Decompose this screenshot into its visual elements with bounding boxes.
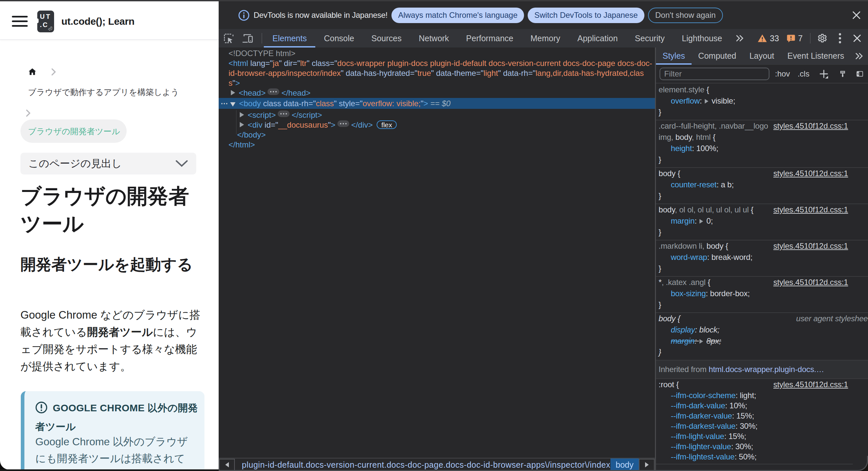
css-declaration[interactable]: box-sizing: border-box;: [659, 288, 868, 299]
dom-node[interactable]: <script></script>: [219, 110, 655, 120]
styles-filter-input[interactable]: [659, 68, 769, 80]
css-declaration[interactable]: display: block;: [659, 324, 868, 336]
tab-sources[interactable]: Sources: [363, 29, 410, 48]
node-menu-dots-icon[interactable]: ⋯: [221, 98, 228, 109]
sidebar-tab-styles[interactable]: Styles: [656, 48, 691, 64]
dom-breadcrumb-path[interactable]: plugin-id-default.docs-version-current.d…: [235, 459, 611, 471]
dom-node[interactable]: <html lang="ja" dir="ltr" class="docs-wr…: [219, 58, 655, 68]
breadcrumb-chevron-icon: [52, 68, 56, 75]
infobar-button-switch-japanese[interactable]: Switch DevTools to Japanese: [528, 8, 644, 23]
tab-elements[interactable]: Elements: [264, 29, 315, 48]
css-selector[interactable]: element.style {: [659, 84, 774, 95]
css-declaration[interactable]: --ifm-darkest-value: 30%;: [659, 421, 868, 431]
collapse-arrow-icon[interactable]: [240, 112, 244, 118]
dom-node[interactable]: s">: [219, 78, 655, 88]
breadcrumb-current-pill[interactable]: ブラウザの開発者ツール: [21, 119, 127, 143]
css-declaration[interactable]: margin: 0;: [659, 215, 868, 227]
sidebar-tab-event-listeners[interactable]: Event Listeners: [781, 48, 851, 64]
collapsed-content-icon[interactable]: [268, 88, 279, 95]
css-selector[interactable]: body {: [659, 168, 774, 179]
breadcrumb-section[interactable]: ブラウザで動作するアプリを構築しよう: [28, 87, 179, 98]
css-selector[interactable]: *, .katex .angl {: [659, 277, 774, 288]
sidebar-more-tabs-icon[interactable]: [855, 48, 863, 64]
css-selector[interactable]: .card--full-height, .navbar__logo img, b…: [659, 120, 774, 143]
stylesheet-link[interactable]: styles.4510f12d.css:1: [773, 120, 848, 132]
tab-console[interactable]: Console: [315, 29, 363, 48]
dom-node[interactable]: id-browser-apps/inspector/index" data-ha…: [219, 68, 655, 78]
expand-arrow-icon[interactable]: [230, 102, 236, 106]
css-declaration[interactable]: counter-reset: a b;: [659, 179, 868, 190]
css-selector[interactable]: body {: [659, 313, 774, 324]
new-style-rule-icon[interactable]: [819, 69, 829, 79]
css-declaration[interactable]: --ifm-darker-value: 15%;: [659, 411, 868, 421]
collapsed-content-icon[interactable]: [278, 111, 289, 117]
tab-security[interactable]: Security: [626, 29, 673, 48]
css-rule: :root {styles.4510f12d.css:1--ifm-color-…: [656, 379, 868, 464]
class-toggle[interactable]: .cls: [798, 69, 809, 78]
warning-count[interactable]: 33: [770, 34, 779, 43]
css-declaration[interactable]: word-wrap: break-word;: [659, 252, 868, 263]
collapse-arrow-icon[interactable]: [231, 90, 235, 95]
infobar-button-match-language[interactable]: Always match Chrome's language: [392, 8, 524, 23]
css-declaration[interactable]: --ifm-lighter-value: 30%;: [659, 441, 868, 451]
infobar-button-dont-show[interactable]: Don't show again: [648, 8, 723, 23]
css-declaration[interactable]: overflow: visible;: [659, 95, 868, 106]
css-selector[interactable]: :root {: [659, 379, 774, 390]
sidebar-tab-layout[interactable]: Layout: [743, 48, 781, 64]
collapse-arrow-icon[interactable]: [240, 122, 244, 127]
dom-node[interactable]: <div id="__docusaurus"></div>flex: [219, 120, 655, 130]
toc-dropdown[interactable]: このページの見出し: [21, 153, 196, 175]
collapsed-content-icon[interactable]: [337, 120, 349, 127]
kebab-menu-icon[interactable]: [839, 33, 841, 43]
error-icon[interactable]: [787, 34, 795, 42]
css-declaration[interactable]: --ifm-dark-value: 10%;: [659, 400, 868, 411]
css-declaration[interactable]: --ifm-light-value: 15%;: [659, 431, 868, 441]
tab-network[interactable]: Network: [410, 29, 458, 48]
inspect-element-icon[interactable]: [224, 34, 234, 43]
stylesheet-link[interactable]: styles.4510f12d.css:1: [773, 241, 848, 252]
more-tabs-icon[interactable]: [731, 29, 749, 48]
breadcrumb-scroll-left-button[interactable]: [219, 459, 235, 471]
stylesheet-link[interactable]: styles.4510f12d.css:1: [773, 204, 848, 215]
flex-badge[interactable]: flex: [377, 120, 397, 129]
site-logo[interactable]: UT .C ⏎: [37, 10, 54, 32]
inherited-node-link[interactable]: html.docs-wrapper.plugin-docs.…: [709, 365, 824, 374]
paragraph-line: Google Chrome などのブラウザに搭: [21, 306, 219, 323]
error-count[interactable]: 7: [798, 34, 803, 43]
stylesheet-link[interactable]: styles.4510f12d.css:1: [773, 379, 848, 390]
toggle-sidebar-icon[interactable]: [857, 69, 863, 79]
device-toolbar-icon[interactable]: [242, 34, 253, 43]
css-selector[interactable]: body, ol ol, ol ul, ul ol, ul ul {: [659, 204, 774, 215]
dom-node[interactable]: </html>: [219, 140, 655, 150]
css-selector[interactable]: .markdown li, body {: [659, 241, 774, 252]
pseudo-state-toggle[interactable]: :hov: [775, 69, 790, 78]
dom-node-selected[interactable]: ⋯<body class data-rh="class" style="over…: [219, 98, 655, 109]
sidebar-tab-computed[interactable]: Computed: [691, 48, 743, 64]
dom-node[interactable]: <head></head>: [219, 88, 655, 98]
site-title[interactable]: ut.code(); Learn: [61, 16, 134, 27]
breadcrumb-scroll-right-button[interactable]: [639, 459, 655, 471]
rendering-emulation-icon[interactable]: [839, 69, 846, 79]
css-declaration[interactable]: height: 100%;: [659, 143, 868, 154]
tab-performance[interactable]: Performance: [457, 29, 522, 48]
infobar-close-icon[interactable]: [852, 10, 861, 20]
breadcrumb-home-icon[interactable]: [28, 67, 37, 76]
dom-node[interactable]: <!DOCTYPE html>: [219, 49, 655, 58]
dom-breadcrumb-selected[interactable]: body: [611, 459, 639, 471]
css-rule-close-brace: }: [659, 347, 774, 358]
settings-gear-icon[interactable]: [817, 33, 828, 43]
css-declaration[interactable]: --ifm-lightest-value: 50%;: [659, 451, 868, 462]
stylesheet-link[interactable]: styles.4510f12d.css:1: [773, 168, 848, 179]
warning-icon[interactable]: [757, 34, 767, 42]
tab-lighthouse[interactable]: Lighthouse: [673, 29, 731, 48]
tab-application[interactable]: Application: [569, 29, 626, 48]
css-declaration[interactable]: margin: 8px;: [659, 336, 868, 347]
logo-text-top: UT: [40, 13, 52, 21]
css-declaration[interactable]: --ifm-color-scheme: light;: [659, 390, 868, 400]
hamburger-menu-icon[interactable]: [12, 15, 28, 28]
dom-node[interactable]: </body>: [219, 130, 655, 140]
tab-memory[interactable]: Memory: [522, 29, 568, 48]
devtools-close-icon[interactable]: [853, 34, 861, 42]
admonition-title: GOOGLE CHROME 以外の開発者ツール: [35, 399, 202, 436]
stylesheet-link[interactable]: styles.4510f12d.css:1: [773, 277, 848, 288]
